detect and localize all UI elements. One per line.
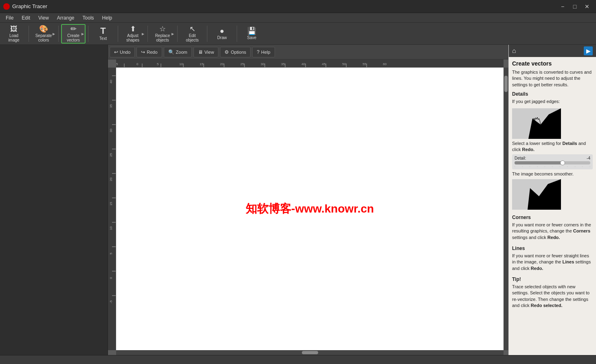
main-toolbar: 🖼 Loadimage 🎨 Separatecolors ▶ ✏ Createv… — [0, 23, 596, 45]
svg-text:15: 15 — [200, 62, 203, 66]
canvas-view-icon: 🖥 — [198, 49, 203, 55]
replace-objects-icon: ☆ — [159, 25, 166, 33]
canvas-options-icon: ⚙ — [224, 49, 229, 55]
toolbar-separator-3 — [88, 26, 88, 42]
section-tip-heading: Tip! — [512, 276, 593, 282]
separate-colors-button[interactable]: 🎨 Separatecolors ▶ — [31, 24, 56, 44]
canvas-zoom-button[interactable]: 🔍 Zoom — [164, 47, 192, 57]
statusbar — [0, 355, 596, 364]
canvas-view-label: View — [205, 50, 214, 55]
home-icon[interactable]: ⌂ — [512, 47, 516, 55]
svg-text:5: 5 — [116, 62, 118, 66]
edit-objects-icon: ↖ — [189, 25, 196, 33]
load-image-button[interactable]: 🖼 Loadimage — [2, 24, 26, 44]
create-vectors-arrow: ▶ — [81, 32, 84, 35]
scrollbar-horizontal-thumb[interactable] — [302, 351, 318, 354]
draw-icon: ● — [220, 27, 224, 35]
smooth-edges-image — [512, 179, 561, 210]
lines-bold: Lines — [563, 259, 574, 264]
canvas-redo-label: Redo — [147, 50, 157, 55]
load-image-icon: 🖼 — [10, 25, 18, 33]
text-button[interactable]: T Text — [91, 24, 115, 44]
svg-text:25: 25 — [240, 62, 244, 66]
save-icon: 💾 — [247, 27, 256, 35]
canvas-undo-button[interactable]: ↩ Undo — [110, 47, 135, 57]
svg-text:55: 55 — [363, 62, 366, 66]
svg-text:60: 60 — [383, 62, 387, 66]
right-panel-body: Create vectors The graphics is converted… — [509, 57, 596, 316]
svg-text:0: 0 — [136, 62, 139, 66]
ruler-left-svg: 40 35 30 25 20 15 10 5 0 -5 — [108, 68, 116, 350]
close-button[interactable]: ✕ — [581, 1, 593, 12]
svg-text:5: 5 — [109, 252, 113, 254]
draw-button[interactable]: ● Draw — [210, 24, 234, 44]
save-button[interactable]: 💾 Save — [240, 24, 264, 44]
canvas-content[interactable]: 知软博客-www.knowr.cn — [116, 68, 504, 350]
watermark: 知软博客-www.knowr.cn — [246, 201, 374, 217]
panel-intro: The graphics is converted to curves and … — [512, 69, 593, 88]
jagged-shape-svg — [512, 108, 561, 139]
maximize-button[interactable]: □ — [569, 1, 581, 12]
titlebar: Graphic Tracer − □ ✕ — [0, 0, 596, 13]
canvas-help-button[interactable]: ? Help — [252, 47, 275, 57]
svg-text:-5: -5 — [109, 300, 113, 303]
slider-value: -4 — [587, 156, 590, 160]
scrollbar-vertical-thumb[interactable] — [504, 76, 508, 92]
canvas-zoom-label: Zoom — [176, 50, 187, 55]
scrollbar-vertical[interactable] — [504, 68, 508, 350]
detail-slider-container: Detail: -4 ··· ··· ··· ·· — [512, 154, 593, 169]
toolbar-separator-7 — [207, 26, 207, 42]
edit-objects-label: Editobjects — [186, 33, 199, 42]
canvas-redo-button[interactable]: ↪ Redo — [136, 47, 162, 57]
menu-tools[interactable]: Tools — [79, 14, 98, 22]
adjust-shapes-button[interactable]: ⬆ Adjustshapes ▶ — [121, 24, 145, 44]
canvas-undo-label: Undo — [120, 50, 130, 55]
svg-text:20: 20 — [109, 178, 113, 181]
separate-colors-icon: 🎨 — [39, 25, 48, 33]
canvas-toolbar: ↩ Undo ↪ Redo 🔍 Zoom 🖥 View ⚙ Options ? — [108, 45, 508, 59]
canvas-area[interactable]: ↩ Undo ↪ Redo 🔍 Zoom 🖥 View ⚙ Options ? — [108, 45, 508, 355]
menu-arrange[interactable]: Arrange — [53, 14, 79, 22]
svg-text:15: 15 — [109, 202, 113, 206]
draw-label: Draw — [217, 35, 227, 40]
create-vectors-button[interactable]: ✏ Createvectors ▶ — [61, 24, 86, 44]
slider-track[interactable] — [515, 161, 590, 164]
slider-label-row: Detail: -4 — [515, 156, 590, 160]
menu-edit[interactable]: Edit — [18, 14, 34, 22]
ruler-top-svg: 5 0 5 10 15 20 25 30 35 40 45 — [116, 59, 504, 68]
scrollbar-horizontal[interactable] — [116, 350, 504, 355]
minimize-button[interactable]: − — [557, 1, 568, 12]
toolbar-separator-5 — [147, 26, 148, 42]
lines-redo-bold: Redo. — [531, 266, 543, 271]
titlebar-left: Graphic Tracer — [3, 3, 47, 10]
toolbar-separator-1 — [29, 26, 29, 42]
svg-text:25: 25 — [109, 153, 113, 157]
toolbar-separator-2 — [58, 26, 59, 42]
menu-help[interactable]: Help — [98, 14, 117, 22]
canvas-view-button[interactable]: 🖥 View — [194, 47, 219, 57]
corners-bold: Corners — [573, 228, 590, 233]
text-label: Text — [99, 36, 107, 41]
svg-text:40: 40 — [109, 80, 113, 83]
replace-objects-button[interactable]: ☆ Replaceobjects ▶ — [150, 24, 175, 44]
canvas-zoom-icon: 🔍 — [168, 49, 174, 55]
right-panel: ⌂ ▶ Create vectors The graphics is conve… — [508, 45, 596, 355]
create-vectors-icon: ✏ — [70, 25, 77, 33]
ruler-left: 40 35 30 25 20 15 10 5 0 -5 — [108, 68, 116, 350]
svg-text:10: 10 — [109, 226, 113, 230]
right-panel-header: ⌂ ▶ — [509, 45, 596, 57]
section-lines-heading: Lines — [512, 246, 593, 251]
panel-arrow-button[interactable]: ▶ — [584, 46, 593, 55]
slider-thumb[interactable] — [560, 160, 565, 165]
toolbar-separator-8 — [237, 26, 237, 42]
svg-text:35: 35 — [109, 104, 113, 108]
menu-view[interactable]: View — [34, 14, 53, 22]
text-icon: T — [100, 26, 106, 35]
canvas-options-button[interactable]: ⚙ Options — [220, 47, 251, 57]
edit-objects-button[interactable]: ↖ Editobjects — [180, 24, 205, 44]
svg-text:50: 50 — [342, 62, 346, 66]
menu-file[interactable]: File — [2, 14, 18, 22]
toolbar-separator-4 — [118, 26, 118, 42]
adjust-shapes-arrow: ▶ — [142, 32, 144, 35]
canvas-undo-icon: ↩ — [114, 49, 118, 55]
